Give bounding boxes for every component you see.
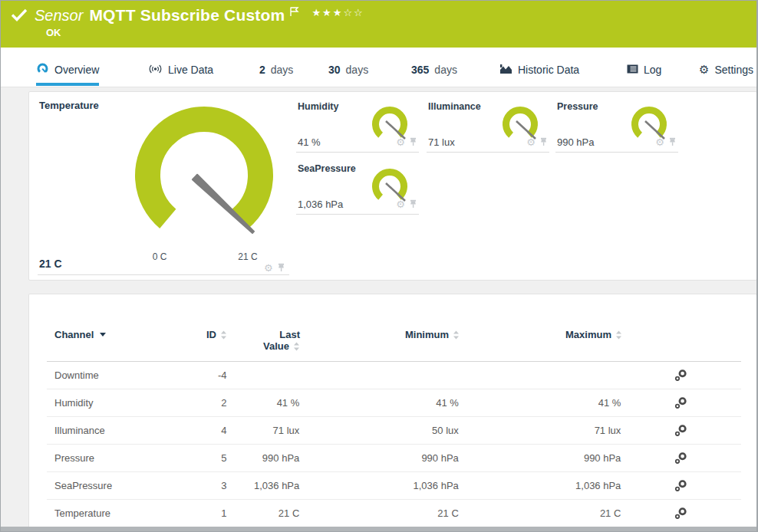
tab-2-days[interactable]: 2 days [259, 57, 293, 83]
column-header-id[interactable]: ID [193, 329, 227, 352]
gauge-settings-gear-icon[interactable]: ⚙ [396, 138, 405, 147]
gauge-icon [36, 63, 49, 77]
channel-id: 1 [193, 507, 227, 519]
sensor-window: Sensor MQTT Subscribe Custom ★★★☆☆ OK Ov… [0, 0, 758, 532]
page-title: MQTT Subscribe Custom [89, 6, 285, 25]
gauge-settings-gear-icon[interactable]: ⚙ [526, 138, 536, 147]
mini-gauge-title: SeaPressure [298, 163, 356, 174]
column-header-channel[interactable]: Channel [54, 329, 193, 352]
channel-maximum: 1,036 hPa [459, 480, 621, 491]
channel-maximum: 21 C [459, 507, 621, 519]
channel-maximum: 41 % [459, 397, 621, 409]
divider [38, 274, 289, 275]
channel-settings-icon[interactable] [621, 424, 741, 437]
channel-last-value: 990 hPa [227, 452, 300, 464]
gauge-settings-gear-icon[interactable]: ⚙ [655, 138, 664, 147]
mini-gauge-card-illuminance: Illuminance 71 lux ⚙ [427, 95, 549, 153]
mini-gauge-title: Illuminance [428, 101, 481, 112]
channel-id: 2 [193, 397, 227, 409]
channel-name: Humidity [54, 397, 193, 409]
sort-caret-down-icon [100, 333, 106, 337]
tab-log[interactable]: Log [627, 57, 661, 83]
sort-icon [220, 330, 227, 340]
channel-name: Pressure [54, 452, 193, 464]
tab-settings[interactable]: ⚙ Settings [699, 57, 753, 83]
channel-last-value: 71 lux [227, 425, 300, 436]
pin-icon[interactable] [668, 136, 677, 149]
gauge-settings-gear-icon[interactable]: ⚙ [396, 200, 405, 209]
table-body: Downtime -4 Humidity 2 41 % 41 % 41 % [47, 362, 741, 527]
gauge-scale-min: 0 C [143, 251, 176, 262]
channel-minimum: 21 C [299, 507, 459, 519]
mini-gauge-card-seapressure: SeaPressure 1,036 hPa ⚙ [296, 157, 419, 215]
sort-icon [615, 330, 622, 340]
status-ok-check-icon [11, 8, 28, 25]
mini-gauge-title: Pressure [557, 101, 598, 112]
priority-stars[interactable]: ★★★☆☆ [311, 7, 364, 18]
sort-icon [293, 342, 300, 351]
table-header-row: Channel ID Last Value Minimum [54, 329, 622, 352]
area-chart-icon [499, 64, 512, 77]
channel-id: 4 [193, 425, 227, 436]
pin-icon[interactable] [277, 261, 285, 275]
channel-name: Temperature [54, 507, 193, 519]
mini-gauge-title: Humidity [298, 101, 338, 112]
gauge-settings-gear-icon[interactable]: ⚙ [264, 264, 273, 273]
gear-icon: ⚙ [699, 64, 709, 75]
mini-gauge-value: 41 % [298, 136, 321, 148]
tab-365-days[interactable]: 365 days [411, 57, 457, 83]
flag-icon[interactable] [289, 6, 299, 20]
main-gauge-title: Temperature [39, 100, 99, 111]
channel-maximum: 990 hPa [459, 452, 621, 464]
channel-last-value: 1,036 hPa [227, 480, 300, 491]
column-header-last-value[interactable]: Last Value [227, 329, 300, 352]
channel-settings-icon[interactable] [621, 452, 741, 465]
table-row-temperature: Temperature 1 21 C 21 C 21 C [47, 500, 741, 527]
channel-settings-icon[interactable] [621, 479, 741, 492]
temperature-gauge [127, 103, 281, 265]
table-row-seapressure: SeaPressure 3 1,036 hPa 1,036 hPa 1,036 … [47, 472, 741, 500]
sensor-header: Sensor MQTT Subscribe Custom ★★★☆☆ OK [1, 1, 756, 48]
window-bottom-edge [1, 527, 756, 531]
channel-minimum: 1,036 hPa [299, 480, 459, 491]
table-row-humidity: Humidity 2 41 % 41 % 41 % [47, 389, 741, 417]
mini-gauge-value: 990 hPa [557, 136, 594, 148]
column-header-minimum[interactable]: Minimum [300, 329, 460, 352]
channel-name: SeaPressure [54, 480, 193, 491]
log-icon [627, 64, 638, 76]
tab-live-data[interactable]: Live Data [148, 57, 213, 83]
mini-gauge-card-humidity: Humidity 41 % ⚙ [296, 95, 419, 153]
table-row-pressure: Pressure 5 990 hPa 990 hPa 990 hPa [47, 445, 741, 472]
channel-name: Downtime [54, 369, 193, 381]
channel-minimum: 50 lux [299, 425, 459, 436]
pin-icon[interactable] [409, 136, 417, 149]
pin-icon[interactable] [409, 198, 417, 212]
channel-id: 5 [193, 452, 227, 464]
tab-overview[interactable]: Overview [36, 57, 99, 86]
main-gauge-value: 21 C [39, 258, 62, 270]
sensor-type-label: Sensor [35, 7, 83, 25]
tab-30-days[interactable]: 30 days [328, 57, 368, 83]
gauge-scale-max: 21 C [231, 251, 265, 262]
pin-icon[interactable] [539, 136, 548, 149]
channel-minimum: 41 % [299, 397, 459, 409]
channel-name: Illuminance [54, 425, 193, 436]
tab-bar: Overview Live Data 2 days 30 days 365 da… [1, 48, 756, 87]
channel-settings-icon[interactable] [621, 369, 741, 382]
channel-settings-icon[interactable] [621, 507, 741, 520]
channel-minimum: 990 hPa [299, 452, 459, 464]
column-header-maximum[interactable]: Maximum [460, 329, 622, 352]
channel-id: 3 [193, 480, 227, 491]
table-row-downtime: Downtime -4 [47, 362, 741, 389]
channel-last-value: 21 C [227, 507, 300, 519]
channels-table-panel: Channel ID Last Value Minimum [28, 294, 757, 532]
tab-historic-data[interactable]: Historic Data [499, 57, 579, 83]
mini-gauge-value: 71 lux [428, 136, 455, 148]
sort-icon [453, 330, 460, 340]
mini-gauge-card-pressure: Pressure 990 hPa ⚙ [555, 95, 678, 153]
channel-settings-icon[interactable] [621, 396, 741, 409]
channel-id: -4 [193, 369, 227, 381]
table-row-illuminance: Illuminance 4 71 lux 50 lux 71 lux [47, 417, 741, 445]
broadcast-icon [148, 64, 163, 77]
channel-maximum: 71 lux [459, 425, 621, 436]
